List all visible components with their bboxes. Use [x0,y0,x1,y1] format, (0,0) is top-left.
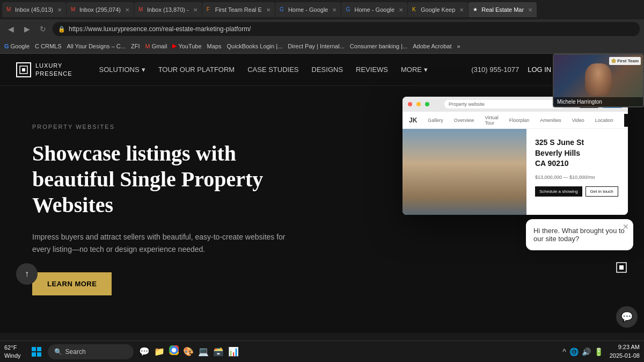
bookmark-adobe[interactable]: Adobe Acrobat [413,43,451,49]
hero-left: PROPERTY WEBSITES Showcase listings with… [32,124,290,295]
preview-nav-gallery: Gallery [428,118,443,123]
tab-favicon-google-1: G [280,6,286,13]
preview-address: 325 S June St Beverly Hills CA 90210 [535,137,619,169]
tab-gmail-2[interactable]: M Inbox (295,074) ✕ [67,2,134,17]
preview-contact-btn[interactable]: Contact us [624,114,628,127]
taskbar-chrome-icon[interactable] [169,345,179,358]
bookmark-youtube-label: YouTube [178,43,201,49]
chat-bottom-button[interactable]: 💬 [616,306,638,328]
back-button[interactable]: ◀ [4,25,17,33]
bookmark-directpay[interactable]: Direct Pay | Internal... [288,43,345,49]
learn-more-button[interactable]: LEARN MORE [32,272,112,295]
login-button[interactable]: LOG IN [528,66,551,74]
bookmark-gmail[interactable]: M Gmail [145,43,167,49]
tab-close-gmail-2[interactable]: ✕ [125,7,129,13]
scroll-to-top-button[interactable]: ↑ [16,263,38,285]
taskbar-color-icon[interactable]: 🎨 [183,346,194,357]
tab-firstteam[interactable]: F First Team Real E ✕ [202,2,275,17]
nav-tour-label: TOUR OUR PLATFORM [158,66,235,74]
chat-bubble: ✕ Hi there. What brought you to our site… [526,219,633,250]
webcam-name: Michele Harrington [554,97,643,106]
forward-button[interactable]: ▶ [20,25,33,33]
tab-title-firstteam: First Team Real E [215,6,262,13]
nav-solutions[interactable]: SOLUTIONS ▾ [99,66,145,74]
svg-point-9 [172,348,176,352]
tab-title-gmail-2: Inbox (295,074) [79,6,121,13]
svg-rect-7 [37,352,41,357]
tab-favicon-google-2: G [346,6,352,13]
property-photo [402,129,526,215]
svg-rect-3 [619,265,624,270]
tab-title-gmail-3: Inbox (13,870) - [147,6,189,13]
taskbar-search-bar[interactable]: 🔍 Search [48,344,134,359]
tab-google-2[interactable]: G Home - Google ✕ [341,2,407,17]
tab-close-google-2[interactable]: ✕ [399,7,403,13]
preview-property-info: 325 S June St Beverly Hills CA 90210 $13… [526,129,628,215]
tab-title-luxury: Real Estate Mar [481,6,524,13]
address-line1: 325 S June St [535,138,584,147]
site-logo[interactable]: LUXURY PRESENCE [16,62,72,77]
bookmark-youtube[interactable]: ▶ YouTube [172,42,201,49]
more-chevron-icon: ▾ [424,66,428,74]
tab-luxury[interactable]: ★ Real Estate Mar ✕ [469,2,537,17]
tab-close-firstteam[interactable]: ✕ [266,7,270,13]
bookmark-zfi[interactable]: ZFI [131,43,140,49]
bookmark-more[interactable]: » [457,43,460,49]
nav-case-studies[interactable]: CASE STUDIES [247,66,298,74]
taskbar-slides-icon[interactable]: 📊 [228,346,239,357]
tray-network-icon[interactable]: 🌐 [569,347,579,356]
tab-close-gmail-3[interactable]: ✕ [193,7,197,13]
tray-chevron-icon[interactable]: ^ [562,347,566,356]
nav-reviews[interactable]: REVIEWS [356,66,388,74]
preview-schedule-btn[interactable]: Schedule a showing [535,186,582,197]
tray-battery-icon[interactable]: 🔋 [594,347,603,356]
tab-close-gmail-1[interactable]: ✕ [57,7,62,13]
preview-site-nav: JK Gallery Overview Virtual Tour Floorpl… [402,112,628,129]
tray-volume-icon[interactable]: 🔊 [582,347,591,356]
bookmark-crmls[interactable]: C CRMLS [35,43,61,49]
taskbar-laptop-icon[interactable]: 💻 [198,346,209,357]
nav-tour[interactable]: TOUR OUR PLATFORM [158,66,235,74]
system-tray: ^ 🌐 🔊 🔋 [562,347,603,356]
tab-favicon-firstteam: F [207,6,213,13]
tab-close-keep[interactable]: ✕ [459,7,464,13]
preview-contact-btn-2[interactable]: Get in touch [586,186,618,197]
bookmark-zfi-label: ZFI [131,43,140,49]
hero-description: Impress buyers and attract sellers with … [32,231,290,255]
start-button[interactable] [28,344,45,360]
system-clock[interactable]: 9:23 AM 2025-01-08 [610,343,640,360]
taskbar-explorer-icon[interactable]: 📁 [154,346,165,357]
tab-google-1[interactable]: G Home - Google ✕ [275,2,341,17]
chat-open-button[interactable] [610,256,633,279]
preview-dot-green [425,102,429,106]
tab-gmail-1[interactable]: M Inbox (45,013) ✕ [2,2,66,17]
bookmarks-bar: G Google C CRMLS All Your Designs – C...… [0,39,644,54]
preview-nav-video: Video [572,118,584,123]
tab-close-google-1[interactable]: ✕ [332,7,336,13]
phone-number: (310) 955-1077 [471,66,519,74]
taskbar-files-icon[interactable]: 🗃️ [213,346,224,357]
preview-price: $13,000,000 — $10,000/mo [535,175,619,180]
bookmark-google[interactable]: G Google [4,43,30,49]
nav-more[interactable]: MORE ▾ [401,66,428,74]
taskbar-chat-icon[interactable]: 💬 [139,346,150,357]
nav-designs[interactable]: DESIGNS [312,66,343,74]
tab-gmail-3[interactable]: M Inbox (13,870) - ✕ [134,2,202,17]
bookmark-maps[interactable]: Maps [207,43,222,49]
bookmark-alldesigns[interactable]: All Your Designs – C... [67,43,126,49]
bookmark-adobe-label: Adobe Acrobat [413,43,451,49]
tab-keep[interactable]: K Google Keep ✕ [408,2,468,17]
tab-close-luxury[interactable]: ✕ [528,7,532,13]
lock-icon: 🔒 [58,26,65,33]
address-line3: CA 90210 [535,159,569,168]
tab-title-google-2: Home - Google [354,6,394,13]
chat-close-button[interactable]: ✕ [623,222,629,231]
chat-widget: ✕ Hi there. What brought you to our site… [526,219,633,279]
address-bar[interactable]: 🔒 https://www.luxurypresence.com/real-es… [53,22,640,36]
bookmark-quickbooks[interactable]: QuickBooks Login |... [227,43,283,49]
bookmark-consumer[interactable]: Consumer banking |... [350,43,407,49]
weather-temp: 62°F [4,344,21,351]
refresh-button[interactable]: ↻ [36,25,49,33]
preview-dot-yellow [416,102,421,106]
bookmark-directpay-label: Direct Pay | Internal... [288,43,345,49]
